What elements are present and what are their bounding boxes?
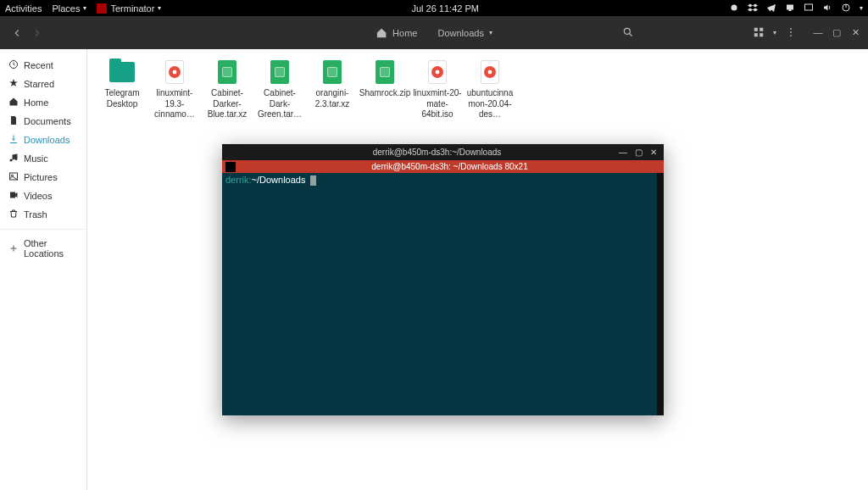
file-item[interactable]: linuxmint-19.3-cinnamo… xyxy=(148,59,201,120)
hamburger-menu[interactable] xyxy=(785,26,797,40)
places-label: Places xyxy=(52,3,80,14)
svg-point-10 xyxy=(790,28,792,30)
sidebar-item-downloads[interactable]: Downloads xyxy=(0,131,86,149)
view-toggle-button[interactable] xyxy=(753,26,765,40)
plus-icon xyxy=(8,243,19,253)
terminal-prompt-user: derrik: xyxy=(225,175,252,185)
terminal-tab-icon xyxy=(225,162,236,172)
gnome-top-panel: Activities Places ▾ Terminator ▾ Jul 26 … xyxy=(0,0,868,16)
trash-icon xyxy=(8,209,19,220)
sidebar-item-recent[interactable]: Recent xyxy=(0,56,86,75)
breadcrumb-home[interactable]: Home xyxy=(369,24,424,42)
svg-point-0 xyxy=(732,4,737,10)
sidebar-item-label: Music xyxy=(24,153,48,164)
archive-icon xyxy=(218,60,236,84)
search-button[interactable] xyxy=(622,26,634,40)
file-label: Cabinet-Dark-Green.tar… xyxy=(255,88,304,120)
terminal-cursor xyxy=(310,175,316,186)
terminal-tab-bar: derrik@b450m-ds3h: ~/Downloads 80x21 xyxy=(222,160,664,173)
back-button[interactable] xyxy=(7,23,27,43)
terminal-minimize-button[interactable]: — xyxy=(618,148,628,157)
window-maximize-button[interactable]: ▢ xyxy=(831,27,843,38)
sidebar-item-label: Videos xyxy=(24,191,52,201)
terminator-app-icon xyxy=(97,3,107,14)
window-close-button[interactable]: ✕ xyxy=(849,27,861,38)
file-label: orangini-2.3.tar.xz xyxy=(308,88,357,109)
clock[interactable]: Jul 26 11:42 PM xyxy=(161,3,729,14)
file-item[interactable]: linuxmint-20-mate-64bit.iso xyxy=(411,59,464,120)
telegram-tray-icon[interactable] xyxy=(766,3,776,14)
svg-rect-8 xyxy=(754,33,758,36)
volume-icon[interactable] xyxy=(822,3,832,14)
sidebar-item-label: Home xyxy=(24,97,48,108)
download-icon xyxy=(8,134,19,146)
file-label: Telegram Desktop xyxy=(97,88,147,109)
sidebar-item-label: Recent xyxy=(24,60,53,70)
file-item[interactable]: Cabinet-Dark-Green.tar… xyxy=(253,59,306,120)
terminal-title: derrik@b450m-ds3h:~/Downloads xyxy=(256,148,618,157)
chevron-down-icon: ▾ xyxy=(860,4,863,12)
terminator-window: derrik@b450m-ds3h:~/Downloads — ▢ ✕ derr… xyxy=(222,144,664,415)
breadcrumb-label: Downloads xyxy=(437,28,483,38)
file-label: Cabinet-Darker-Blue.tar.xz xyxy=(203,88,252,120)
terminal-body[interactable]: derrik:~/Downloads xyxy=(222,173,664,415)
svg-rect-9 xyxy=(760,33,763,36)
window-minimize-button[interactable]: — xyxy=(812,27,824,38)
sidebar-item-label: Trash xyxy=(24,209,47,220)
places-menu[interactable]: Places ▾ xyxy=(52,3,86,14)
file-item[interactable]: Telegram Desktop xyxy=(96,59,148,120)
svg-rect-7 xyxy=(760,27,763,31)
terminal-close-button[interactable]: ✕ xyxy=(648,148,659,157)
activities-button[interactable]: Activities xyxy=(5,3,42,14)
forward-button[interactable] xyxy=(27,23,47,43)
sidebar-item-label: Other Locations xyxy=(24,238,78,259)
svg-point-12 xyxy=(790,35,792,36)
power-icon[interactable] xyxy=(841,3,851,14)
music-icon xyxy=(8,153,19,164)
archive-icon xyxy=(323,60,342,84)
terminal-maximize-button[interactable]: ▢ xyxy=(633,148,643,157)
dropbox-icon[interactable] xyxy=(748,3,758,14)
terminal-scrollbar[interactable] xyxy=(657,173,664,415)
sidebar-item-trash[interactable]: Trash xyxy=(0,205,86,224)
terminal-titlebar[interactable]: derrik@b450m-ds3h:~/Downloads — ▢ ✕ xyxy=(222,144,664,160)
discord-tray-icon[interactable] xyxy=(785,3,795,14)
svg-point-4 xyxy=(624,28,630,34)
sidebar-item-home[interactable]: Home xyxy=(0,93,86,112)
disc-image-icon xyxy=(428,60,447,84)
file-label: linuxmint-19.3-cinnamo… xyxy=(150,88,199,120)
svg-line-5 xyxy=(630,33,632,36)
screen-icon[interactable] xyxy=(804,3,814,14)
sidebar-other-locations[interactable]: Other Locations xyxy=(0,235,86,262)
sidebar-item-label: Documents xyxy=(24,116,71,126)
doc-icon xyxy=(8,115,19,127)
view-options-caret[interactable]: ▾ xyxy=(773,29,776,36)
archive-icon xyxy=(270,60,289,84)
breadcrumb-downloads[interactable]: Downloads ▾ xyxy=(431,25,498,42)
tray-icon-1[interactable] xyxy=(729,3,739,14)
picture-icon xyxy=(8,171,19,183)
sidebar-item-documents[interactable]: Documents xyxy=(0,112,86,131)
file-item[interactable]: Cabinet-Darker-Blue.tar.xz xyxy=(201,59,253,120)
sidebar-item-starred[interactable]: Starred xyxy=(0,75,86,93)
svg-rect-1 xyxy=(805,4,813,10)
terminal-tab-title[interactable]: derrik@b450m-ds3h: ~/Downloads 80x21 xyxy=(236,162,664,171)
clock-icon xyxy=(8,59,19,71)
file-label: ubuntucinnamon-20.04-des… xyxy=(464,88,516,120)
file-item[interactable]: orangini-2.3.tar.xz xyxy=(306,59,359,120)
file-item[interactable]: Shamrock.zip xyxy=(359,59,411,120)
sidebar-item-music[interactable]: Music xyxy=(0,149,86,168)
file-item[interactable]: ubuntucinnamon-20.04-des… xyxy=(464,59,516,120)
file-label: Shamrock.zip xyxy=(359,88,411,99)
sidebar-item-videos[interactable]: Videos xyxy=(0,187,86,205)
chevron-down-icon: ▾ xyxy=(83,4,86,12)
app-menu-terminator[interactable]: Terminator ▾ xyxy=(97,3,161,14)
app-menu-label: Terminator xyxy=(110,3,154,14)
video-icon xyxy=(8,190,19,202)
home-icon xyxy=(376,27,387,39)
sidebar-item-pictures[interactable]: Pictures xyxy=(0,168,86,187)
breadcrumb-label: Home xyxy=(392,28,417,38)
svg-rect-6 xyxy=(754,27,758,31)
star-icon xyxy=(8,78,19,90)
files-header-bar: Home Downloads ▾ ▾ — ▢ ✕ xyxy=(0,16,868,49)
